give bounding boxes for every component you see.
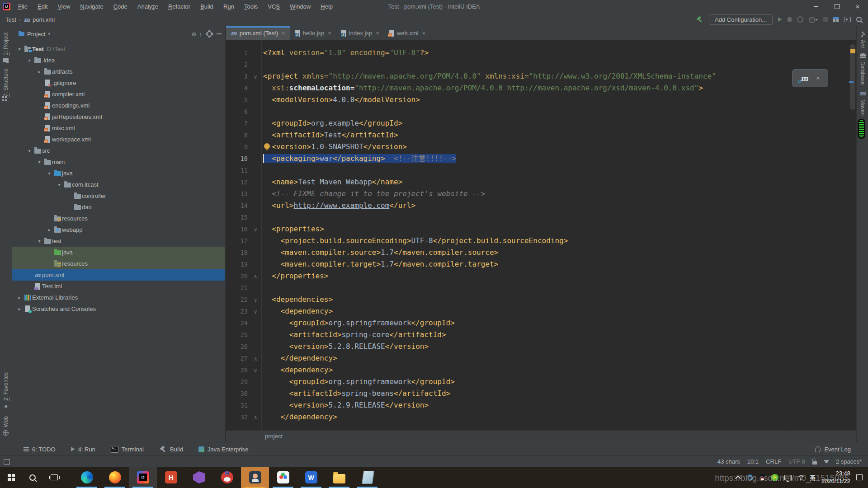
collapse-arrow-icon[interactable]: ▾ (56, 182, 63, 187)
code-line-31[interactable]: 31 <version>5.2.9.RELEASE</version> (226, 399, 856, 411)
menu-help[interactable]: Help (316, 1, 337, 12)
tool-strip-tab-1-project[interactable]: 1: Project (0, 33, 12, 62)
tree-item-misc-xml[interactable]: misc.xml (12, 122, 225, 134)
ime-indicator[interactable]: 英 (810, 473, 816, 482)
code-line-32[interactable]: 32∧ </dependency> (226, 411, 856, 423)
menu-file[interactable]: File (14, 1, 32, 12)
qq-icon[interactable] (760, 474, 765, 481)
fold-marker-icon[interactable]: ∨ (248, 71, 263, 83)
breadcrumb-tag[interactable]: project (265, 433, 283, 440)
menu-edit[interactable]: Edit (33, 1, 52, 12)
toolwindow-button-terminal[interactable]: Terminal (111, 446, 144, 453)
notification-icon[interactable] (856, 474, 863, 480)
code-line-22[interactable]: 22∨ <dependencies> (226, 294, 856, 305)
tab-close-icon[interactable]: × (376, 30, 379, 37)
editor-tab-hello-jsp[interactable]: hello.jsp× (290, 26, 336, 40)
taskbar-app-firefox[interactable] (101, 467, 129, 488)
tree-item-workspace-xml[interactable]: workspace.xml (12, 134, 225, 145)
fold-marker-icon[interactable]: ∧ (248, 271, 263, 282)
project-panel-title[interactable]: Project (27, 31, 45, 38)
tree-item-artifacts[interactable]: ▸artifacts (12, 66, 225, 77)
code-line-3[interactable]: 3∨<project xmlns="http://maven.apache.or… (226, 70, 856, 82)
code-line-15[interactable]: 15 (226, 211, 856, 223)
menu-code[interactable]: Code (109, 1, 132, 12)
code-line-2[interactable]: 2 (226, 59, 856, 70)
intention-bulb-icon[interactable] (264, 143, 270, 149)
collapse-arrow-icon[interactable]: ▾ (26, 148, 33, 153)
menu-vcs[interactable]: VCS (264, 1, 284, 12)
indent-setting[interactable]: 2 spaces* (836, 458, 862, 465)
code-line-8[interactable]: 8 <artifactId>Test</artifactId> (226, 129, 856, 141)
fold-marker-icon[interactable]: ∨ (248, 224, 263, 235)
code-line-6[interactable]: 6 (226, 106, 856, 117)
breadcrumb-project[interactable]: Test (5, 16, 16, 23)
toolwindow-button-6-todo[interactable]: 6: TODO (24, 446, 56, 453)
code-line-12[interactable]: 12 <name>Test Maven Webapp</name> (226, 176, 856, 188)
hide-panel-icon[interactable] (217, 33, 222, 34)
start-button[interactable] (0, 467, 22, 488)
tree-item-java[interactable]: ▾java (12, 168, 225, 179)
scrollbar-thumb[interactable] (850, 44, 855, 110)
tree-item-java[interactable]: java (12, 247, 225, 258)
tree-item-test[interactable]: ▾test (12, 235, 225, 247)
expand-arrow-icon[interactable]: ▸ (36, 69, 43, 74)
collapse-arrow-icon[interactable]: ▾ (16, 47, 23, 52)
taskbar-app-circles-app[interactable] (269, 467, 297, 488)
task-view-button[interactable] (43, 467, 65, 488)
menu-window[interactable]: Window (286, 1, 315, 12)
tree-item-test-iml[interactable]: Test.iml (12, 281, 225, 292)
code-line-29[interactable]: 29 <groupId>org.springframework</groupId… (226, 376, 856, 388)
taskbar-app-hbuilder[interactable]: H (157, 467, 185, 488)
menu-refactor[interactable]: Refactor (164, 1, 194, 12)
collapse-arrow-icon[interactable]: ▾ (46, 171, 53, 176)
tree-item-test[interactable]: ▾TestD:\Test (12, 43, 225, 55)
expand-collapse-icon[interactable]: ↕ (199, 31, 203, 38)
editor-tab-index-jsp[interactable]: index.jsp× (336, 26, 384, 40)
tree-item-controller[interactable]: controller (12, 190, 225, 202)
code-line-14[interactable]: 14 <url>http://www.example.com</url> (226, 200, 856, 211)
caret-position[interactable]: 10:1 (747, 458, 759, 465)
code-line-27[interactable]: 27∧ </dependency> (226, 352, 856, 364)
tree-item-jarrepositories-xml[interactable]: jarRepositories.xml (12, 111, 225, 122)
expand-arrow-icon[interactable]: ▸ (46, 227, 53, 232)
code-line-19[interactable]: 19 <maven.compiler.target>1.7</maven.com… (226, 258, 856, 270)
tab-close-icon[interactable]: × (422, 30, 425, 37)
menu-analyze[interactable]: Analyze (133, 1, 162, 12)
tree-item-webapp[interactable]: ▸webapp (12, 224, 225, 235)
display-icon[interactable] (784, 475, 792, 480)
code-line-5[interactable]: 5 <modelVersion>4.0.0</modelVersion> (226, 94, 856, 106)
tree-item-com-itcast[interactable]: ▾com.itcast (12, 179, 225, 190)
settings-gear-icon[interactable] (207, 31, 212, 37)
search-everywhere-icon[interactable] (856, 17, 862, 22)
code-line-20[interactable]: 20∧ </properties> (226, 270, 856, 282)
project-structure-icon[interactable] (833, 17, 839, 22)
code-line-25[interactable]: 25 <artifactId>spring-core</artifactId> (226, 329, 856, 341)
code-line-24[interactable]: 24 <groupId>org.springframework</groupId… (226, 317, 856, 329)
run-icon[interactable] (778, 17, 782, 22)
taskbar-app-wps-writer[interactable]: W (297, 467, 325, 488)
taskbar-app-intellij[interactable]: IJ (129, 467, 157, 488)
tree-item-scratches-and-consoles[interactable]: ▸Scratches and Consoles (12, 303, 225, 314)
taskbar-app-edge[interactable] (73, 467, 101, 488)
file-encoding[interactable]: UTF-8 (788, 458, 805, 465)
fold-marker-icon[interactable]: ∧ (248, 353, 263, 365)
code-line-7[interactable]: 7 <groupId>org.example</groupId> (226, 117, 856, 129)
code-line-13[interactable]: 13 <!-- FIXME change it to the project's… (226, 188, 856, 200)
code-line-30[interactable]: 30 <artifactId>spring-beans</artifactId> (226, 388, 856, 399)
taskbar-app-notepad[interactable] (353, 467, 381, 488)
menu-build[interactable]: Build (196, 1, 217, 12)
taskbar-clock[interactable]: 23:482020/11/22 (821, 470, 850, 485)
close-button[interactable]: × (847, 0, 868, 13)
wifi-icon[interactable] (797, 475, 804, 480)
maximize-button[interactable] (826, 0, 847, 13)
dark-app-icon[interactable] (746, 474, 754, 481)
taskbar-app-red-chat-app[interactable] (213, 467, 241, 488)
tool-strip-tab-database[interactable]: Database (857, 53, 868, 84)
code-editor[interactable]: 1<?xml version="1.0" encoding="UTF-8"?>2… (226, 40, 856, 430)
code-line-23[interactable]: 23∨ <dependency> (226, 305, 856, 317)
code-line-10[interactable]: 10 <packaging>war</packaging> <!--注意!!!!… (226, 153, 856, 164)
tree-item-compiler-xml[interactable]: compiler.xml (12, 89, 225, 100)
taskbar-app-visual-studio[interactable] (185, 467, 213, 488)
menu-tools[interactable]: Tools (240, 1, 262, 12)
tree-item-src[interactable]: ▾src (12, 145, 225, 156)
